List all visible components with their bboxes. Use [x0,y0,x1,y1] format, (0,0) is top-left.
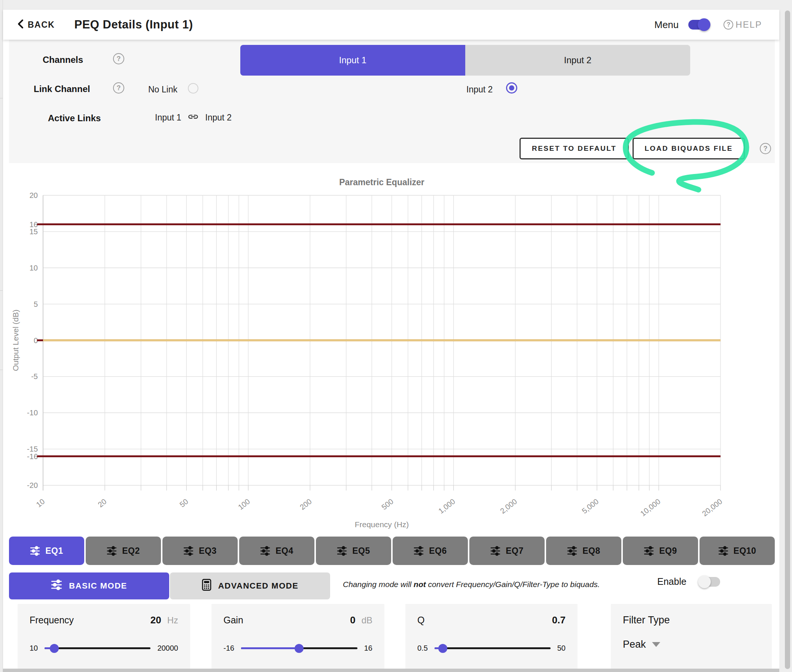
sliders-icon [567,546,577,556]
frequency-slider[interactable]: 10 20000 [30,644,178,653]
frequency-slider-knob[interactable] [50,644,59,653]
gain-label: Gain [223,615,243,626]
link-input2-radio[interactable] [506,82,517,94]
tab-eq10[interactable]: EQ10 [699,536,775,565]
no-link-radio[interactable] [188,83,198,94]
back-label: BACK [28,20,55,30]
tab-eq9[interactable]: EQ9 [623,536,698,565]
svg-text:10: 10 [34,497,46,509]
load-biquads-file-button[interactable]: LOAD BIQUADS FILE [633,138,745,159]
tab-eq10-label: EQ10 [734,546,757,556]
sliders-icon [718,546,728,556]
tab-eq9-label: EQ9 [659,546,677,556]
q-max: 50 [557,644,566,653]
channel-settings-section: Channels ? Input 1 Input 2 Link Channel … [9,40,775,163]
q-value[interactable]: 0.7 [552,614,566,626]
tab-eq4-label: EQ4 [276,546,293,556]
link-input2-label: Input 2 [467,85,492,94]
active-link-to: Input 2 [205,113,231,123]
svg-text:Frequency (Hz): Frequency (Hz) [355,520,409,529]
enable-label: Enable [657,576,686,587]
tab-eq4[interactable]: EQ4 [239,536,314,565]
link-icon [188,112,198,123]
filter-type-label: Filter Type [623,614,670,626]
header-bar: BACK PEQ Details (Input 1) Menu ? HELP [3,10,779,40]
tab-eq6[interactable]: EQ6 [393,536,468,565]
sliders-icon [30,546,40,556]
reset-to-default-button[interactable]: RESET TO DEFAULT [519,138,629,159]
mode-change-note: Changing mode will not convert Frequency… [343,580,638,589]
sliders-icon [644,546,654,556]
svg-text:-20: -20 [27,481,38,490]
biquads-help-icon[interactable]: ? [760,143,771,154]
frequency-max: 20000 [157,644,178,653]
tab-eq6-label: EQ6 [429,546,447,556]
q-label: Q [417,615,425,626]
tab-eq3[interactable]: EQ3 [162,536,238,565]
svg-text:2,000: 2,000 [499,497,518,515]
svg-text:5: 5 [34,300,38,308]
parametric-eq-chart[interactable]: 2016151050-5-10-15-16-201020501002005001… [10,177,743,536]
basic-mode-button[interactable]: BASIC MODE [9,573,169,599]
link-channel-label: Link Channel [34,84,90,94]
tab-eq1[interactable]: EQ1 [9,536,84,565]
sliders-icon [490,546,500,556]
q-slider[interactable]: 0.5 50 [417,644,566,653]
no-link-label: No Link [148,85,177,94]
help-question-icon: ? [723,20,733,30]
back-button[interactable]: BACK [16,18,55,31]
sliders-icon [107,546,117,556]
q-slider-knob[interactable] [438,644,447,653]
eq-band-tabs: EQ1 EQ2 EQ3 EQ4 EQ5 EQ6 EQ7 EQ8 EQ9 EQ10 [9,536,775,565]
filter-type-dropdown[interactable]: Peak [623,639,760,650]
calculator-icon [202,579,212,593]
channel-selector: Input 1 Input 2 [240,45,690,75]
menu-toggle[interactable] [688,20,709,30]
link-channel-help-icon[interactable]: ? [113,82,124,94]
tab-eq2[interactable]: EQ2 [86,536,161,565]
svg-text:20,000: 20,000 [701,497,724,518]
sliders-icon [260,546,270,556]
svg-text:-16: -16 [27,452,38,461]
sliders-icon [51,579,62,593]
svg-text:50: 50 [178,497,190,509]
advanced-mode-button[interactable]: ADVANCED MODE [170,573,330,599]
frequency-value[interactable]: 20 [151,614,161,626]
gain-slider-track[interactable] [241,647,358,649]
active-links-label: Active Links [48,113,101,123]
vertical-scrollbar[interactable] [785,11,790,669]
frequency-label: Frequency [30,615,74,626]
filter-type-card: Filter Type Peak [611,604,772,671]
tab-eq8[interactable]: EQ8 [546,536,621,565]
gain-slider-knob[interactable] [295,644,303,653]
active-links-value: Input 1 Input 2 [155,112,232,123]
sliders-icon [337,546,347,556]
q-min: 0.5 [417,644,428,653]
svg-text:10: 10 [30,264,38,272]
frequency-min: 10 [30,644,38,653]
bottom-edge [3,669,779,672]
tab-eq1-label: EQ1 [45,546,63,556]
tab-eq7[interactable]: EQ7 [469,536,545,565]
svg-text:5,000: 5,000 [580,497,600,515]
gain-value[interactable]: 0 [350,614,355,626]
tab-eq5[interactable]: EQ5 [316,536,391,565]
channel-input2-button[interactable]: Input 2 [465,45,690,75]
tab-eq7-label: EQ7 [506,546,524,556]
page-edge [0,0,3,672]
help-label: HELP [736,19,762,30]
q-card: Q 0.7 0.5 50 [406,604,577,671]
tab-eq8-label: EQ8 [582,546,600,556]
gain-card: Gain 0 dB -16 16 [212,604,385,671]
help-button[interactable]: ? HELP [723,19,762,30]
frequency-slider-track[interactable] [45,647,151,649]
channels-help-icon[interactable]: ? [113,53,124,64]
tab-eq5-label: EQ5 [352,546,370,556]
enable-toggle[interactable] [699,577,720,587]
frequency-unit: Hz [167,615,178,626]
svg-text:10,000: 10,000 [639,497,662,518]
gain-min: -16 [223,644,234,653]
channel-input1-button[interactable]: Input 1 [240,45,465,75]
q-slider-track[interactable] [434,647,551,649]
gain-slider[interactable]: -16 16 [223,644,372,653]
